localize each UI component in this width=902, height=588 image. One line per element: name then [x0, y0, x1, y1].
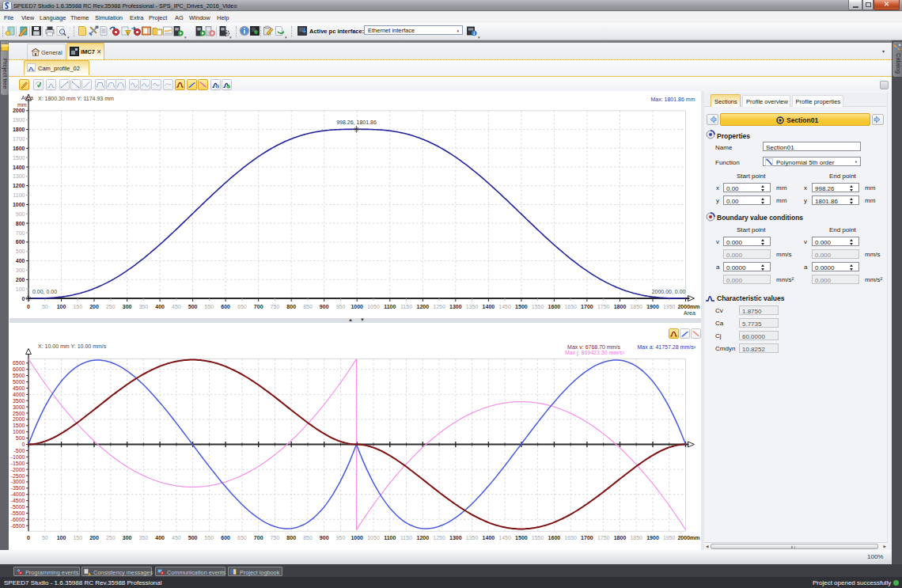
svg-text:-2000: -2000 — [11, 467, 25, 472]
svg-text:1600: 1600 — [548, 304, 561, 309]
svg-text:-4000: -4000 — [11, 491, 25, 497]
svg-text:200: 200 — [89, 304, 99, 309]
svg-text:1150: 1150 — [400, 535, 412, 541]
svg-text:5500: 5500 — [13, 373, 25, 378]
svg-text:1000: 1000 — [13, 202, 25, 207]
svg-text:400: 400 — [16, 258, 25, 264]
svg-text:1800: 1800 — [13, 127, 25, 132]
svg-text:1100: 1100 — [384, 535, 396, 541]
svg-text:mm: mm — [17, 102, 27, 108]
svg-text:998.26, 1801.86: 998.26, 1801.86 — [336, 119, 377, 125]
svg-text:1500: 1500 — [13, 423, 25, 428]
svg-text:0: 0 — [27, 535, 30, 541]
svg-text:-1500: -1500 — [11, 461, 25, 466]
svg-text:100: 100 — [57, 535, 66, 541]
svg-text:1100: 1100 — [13, 192, 25, 198]
svg-text:1300: 1300 — [13, 173, 25, 179]
svg-text:100: 100 — [57, 304, 66, 309]
svg-text:Max: 1801.86 mm: Max: 1801.86 mm — [650, 97, 695, 102]
svg-text:500: 500 — [188, 304, 198, 309]
svg-text:-3500: -3500 — [11, 485, 25, 491]
svg-text:600: 600 — [16, 239, 25, 245]
svg-text:1650: 1650 — [564, 535, 577, 541]
svg-text:3000: 3000 — [13, 404, 25, 410]
svg-text:Area: Area — [684, 310, 695, 316]
svg-text:250: 250 — [106, 535, 116, 541]
svg-text:-5000: -5000 — [11, 504, 25, 510]
svg-text:700: 700 — [254, 304, 263, 309]
svg-text:1000: 1000 — [351, 535, 363, 541]
svg-text:1550: 1550 — [532, 535, 544, 541]
svg-text:150: 150 — [73, 304, 82, 309]
svg-text:0.00, 0.00: 0.00, 0.00 — [32, 289, 57, 294]
svg-text:1550: 1550 — [532, 304, 544, 309]
svg-text:900: 900 — [320, 304, 329, 309]
svg-text:1400: 1400 — [13, 165, 25, 170]
svg-text:300: 300 — [16, 267, 25, 273]
svg-text:1600: 1600 — [548, 535, 561, 541]
svg-text:750: 750 — [271, 304, 280, 309]
svg-text:2000mm: 2000mm — [677, 535, 699, 541]
svg-text:1450: 1450 — [498, 304, 511, 309]
svg-text:100: 100 — [16, 286, 25, 292]
svg-text:250: 250 — [106, 304, 116, 309]
svg-text:700: 700 — [16, 230, 25, 236]
svg-text:1250: 1250 — [433, 304, 445, 309]
svg-text:Max a: 41757.28 mm/s²: Max a: 41757.28 mm/s² — [637, 344, 695, 350]
svg-text:50: 50 — [42, 304, 48, 309]
svg-text:400: 400 — [155, 304, 165, 309]
svg-text:Max j: 869423.30 mm/s³: Max j: 869423.30 mm/s³ — [565, 350, 625, 356]
svg-text:-500: -500 — [13, 448, 25, 453]
svg-text:1700: 1700 — [581, 535, 593, 541]
svg-text:0: 0 — [22, 296, 25, 302]
svg-text:2000.00, 0.00: 2000.00, 0.00 — [652, 289, 686, 294]
svg-text:50: 50 — [42, 535, 48, 541]
svg-text:1950: 1950 — [663, 304, 676, 309]
svg-text:4500: 4500 — [13, 385, 25, 391]
svg-text:500: 500 — [188, 535, 198, 541]
svg-text:0: 0 — [27, 304, 30, 309]
svg-text:950: 950 — [336, 304, 346, 309]
svg-text:1900: 1900 — [13, 117, 25, 123]
svg-text:2000: 2000 — [13, 108, 25, 113]
svg-text:800: 800 — [286, 304, 296, 309]
svg-text:1150: 1150 — [400, 304, 412, 309]
svg-text:4000: 4000 — [13, 392, 25, 397]
svg-text:5000: 5000 — [13, 379, 25, 385]
svg-text:-6000: -6000 — [11, 517, 25, 522]
svg-text:850: 850 — [303, 535, 313, 541]
svg-text:950: 950 — [336, 535, 346, 541]
svg-text:1400: 1400 — [483, 535, 495, 541]
svg-text:1900: 1900 — [646, 535, 659, 541]
svg-text:1050: 1050 — [367, 304, 380, 309]
svg-text:1500: 1500 — [515, 535, 528, 541]
svg-text:650: 650 — [237, 535, 247, 541]
svg-text:650: 650 — [237, 304, 247, 309]
svg-text:200: 200 — [89, 535, 99, 541]
svg-text:0: 0 — [22, 442, 25, 447]
svg-text:1350: 1350 — [466, 304, 479, 309]
svg-text:500: 500 — [16, 435, 25, 441]
svg-text:150: 150 — [73, 535, 82, 541]
svg-text:1000: 1000 — [351, 304, 363, 309]
svg-text:1900: 1900 — [646, 304, 659, 309]
svg-text:3500: 3500 — [13, 398, 25, 404]
svg-text:300: 300 — [123, 304, 132, 309]
svg-text:-3000: -3000 — [11, 479, 25, 484]
svg-text:750: 750 — [271, 535, 280, 541]
svg-text:6000: 6000 — [13, 366, 25, 372]
svg-text:500: 500 — [16, 248, 25, 254]
svg-text:700: 700 — [254, 535, 263, 541]
svg-text:1050: 1050 — [367, 535, 380, 541]
svg-text:550: 550 — [205, 304, 214, 309]
svg-text:-4500: -4500 — [11, 498, 25, 503]
svg-text:1450: 1450 — [498, 535, 511, 541]
svg-text:850: 850 — [303, 304, 313, 309]
svg-text:450: 450 — [172, 535, 181, 541]
svg-text:2000mm: 2000mm — [677, 304, 699, 309]
svg-text:Max v: 6768.70 mm/s: Max v: 6768.70 mm/s — [567, 344, 620, 350]
svg-text:1850: 1850 — [630, 535, 642, 541]
svg-text:900: 900 — [16, 211, 25, 217]
svg-text:1200: 1200 — [417, 535, 430, 541]
svg-text:-5500: -5500 — [11, 510, 25, 516]
